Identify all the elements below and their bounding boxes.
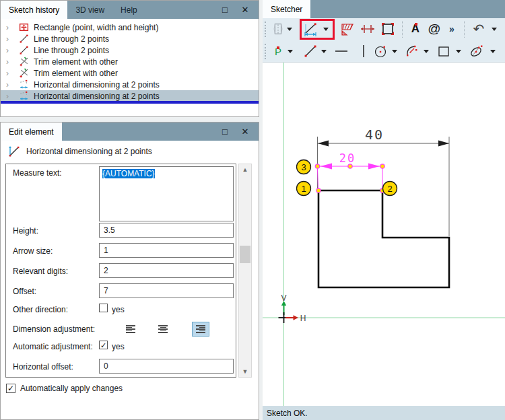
form-scrollbar[interactable]: ▲ ▼ (238, 164, 252, 378)
scrollbar-thumb[interactable] (240, 246, 250, 263)
hatch-icon (339, 21, 356, 37)
arc-tool-button[interactable] (403, 42, 421, 60)
other-direction-checkbox[interactable] (99, 304, 108, 312)
scroll-down-icon[interactable]: ▼ (239, 366, 251, 377)
sketcher-panel: Sketcher A (263, 0, 505, 420)
chevron-right-icon[interactable]: › (6, 35, 15, 43)
maximize-icon[interactable]: □ (220, 127, 230, 137)
chevron-right-icon[interactable]: › (6, 69, 15, 77)
extrude-tool-button[interactable] (269, 20, 287, 38)
list-item[interactable]: › Horizontal dimensioning at 2 points (1, 79, 259, 90)
dim20-point-left[interactable] (315, 164, 319, 168)
arc-dropdown[interactable] (422, 42, 430, 60)
line-tool-button[interactable] (302, 42, 319, 60)
circle-icon (372, 43, 389, 59)
chevron-right-icon[interactable]: › (6, 24, 15, 32)
rectangle-icon (436, 43, 452, 59)
extrude-icon (271, 22, 285, 36)
list-item-label: Horizontal dimensioning at 2 points (34, 92, 160, 101)
list-item-label: Line through 2 points (34, 46, 109, 55)
horizontal-offset-input[interactable] (99, 359, 234, 374)
automatic-adjustment-checkbox[interactable]: ✓ (99, 341, 108, 349)
tab-help[interactable]: Help (112, 1, 145, 19)
close-icon[interactable]: ✕ (240, 127, 250, 137)
list-item[interactable]: › Trim element with other (1, 67, 259, 79)
arc-icon (404, 43, 420, 59)
relevant-digits-input[interactable] (99, 263, 234, 278)
balloon-1[interactable]: 1 (297, 182, 311, 196)
ellipse-icon (468, 43, 484, 59)
close-icon[interactable]: ✕ (240, 5, 250, 15)
align-left-button[interactable] (122, 322, 139, 337)
circle-dropdown[interactable] (391, 42, 399, 60)
circle-tool-button[interactable] (372, 42, 389, 60)
rectangle-tool-button[interactable] (435, 42, 452, 60)
maximize-icon[interactable]: □ (220, 5, 230, 15)
list-item[interactable]: › Rectangle (point, width and height) (1, 22, 259, 33)
toolbar-grip[interactable] (265, 44, 267, 59)
balloon-2[interactable]: 2 (383, 182, 397, 196)
dim40-arrow-right (438, 141, 449, 147)
symbol-tool-button[interactable]: @ (426, 20, 443, 38)
dimension-dropdown[interactable] (322, 20, 330, 38)
symmetry-dimension-tool-button[interactable] (359, 20, 376, 38)
ellipse-tool-button[interactable] (467, 42, 485, 60)
undo-dropdown[interactable] (490, 20, 498, 38)
scroll-up-icon[interactable]: ▲ (239, 164, 251, 175)
text-tool-button[interactable]: A (407, 20, 424, 38)
rectangle-move-icon (19, 22, 29, 32)
list-item[interactable]: › Line through 2 points (1, 44, 259, 56)
chevron-right-icon[interactable]: › (6, 81, 15, 89)
arrow-size-input[interactable] (99, 243, 234, 258)
undo-button[interactable]: ↶ (470, 20, 487, 38)
ellipse-dropdown[interactable] (489, 42, 497, 60)
measure-text-input[interactable]: {AUTOMATIC} (99, 166, 234, 221)
sketch-shape-outline[interactable] (318, 190, 449, 287)
list-item-label: Rectangle (point, width and height) (34, 23, 158, 32)
rectangle-dropdown[interactable] (454, 42, 463, 60)
align-center-button[interactable] (154, 322, 172, 337)
dim20-value[interactable]: 20 (339, 151, 356, 165)
horizontal-dimension-tool-button[interactable] (302, 20, 319, 38)
chevron-right-icon[interactable]: › (6, 46, 15, 55)
other-direction-option: yes (112, 305, 125, 314)
point-tool-button[interactable]: P (269, 42, 287, 60)
toolbar-grip[interactable] (265, 22, 267, 37)
dim20-point-right[interactable] (380, 164, 384, 168)
tab-edit-element[interactable]: Edit element (1, 123, 62, 141)
dimension-adjustment-label: Dimension adjustment: (13, 324, 95, 334)
extrude-dropdown[interactable] (285, 20, 294, 38)
horizontal-line-tool-button[interactable] (333, 42, 350, 60)
align-right-button[interactable] (192, 322, 209, 337)
chevron-right-icon[interactable]: › (6, 58, 15, 66)
list-item[interactable]: › Line through 2 points (1, 33, 259, 44)
dim20-point-middle[interactable] (348, 164, 352, 168)
line-icon (302, 43, 318, 59)
sketch-canvas[interactable]: 40 20 3 1 (263, 63, 505, 406)
check-icon: ✓ (100, 341, 106, 349)
vertical-line-tool-button[interactable] (355, 42, 372, 60)
frame-tool-button[interactable] (379, 20, 397, 38)
svg-text:2: 2 (387, 184, 392, 194)
edit-element-titlebar: Edit element □ ✕ (1, 123, 259, 141)
chevron-right-icon[interactable]: › (6, 92, 15, 100)
hatch-tool-button[interactable] (339, 20, 356, 38)
list-item-selected[interactable]: › Horizontal dimensioning at 2 points (1, 90, 259, 102)
shape-corner-point-1[interactable] (316, 188, 321, 193)
sketcher-toolbar: A @ » ↶ P (263, 18, 505, 63)
dim40-value[interactable]: 40 (365, 127, 384, 143)
more-tools-button[interactable]: » (446, 20, 458, 38)
tab-sketcher[interactable]: Sketcher (263, 0, 310, 18)
apply-changes-checkbox[interactable]: ✓ (6, 384, 15, 393)
automatic-adjustment-option: yes (112, 342, 125, 351)
list-item[interactable]: › Trim element with other (1, 56, 259, 67)
height-input[interactable] (99, 223, 234, 238)
offset-input[interactable] (99, 283, 234, 298)
tab-3d-view[interactable]: 3D view (67, 1, 112, 19)
svg-text:3: 3 (301, 162, 306, 172)
tab-sketch-history[interactable]: Sketch history (1, 1, 67, 19)
point-dropdown[interactable] (286, 42, 294, 60)
balloon-3[interactable]: 3 (297, 160, 311, 174)
toolbar-separator (402, 21, 403, 38)
line-dropdown[interactable] (320, 42, 328, 60)
